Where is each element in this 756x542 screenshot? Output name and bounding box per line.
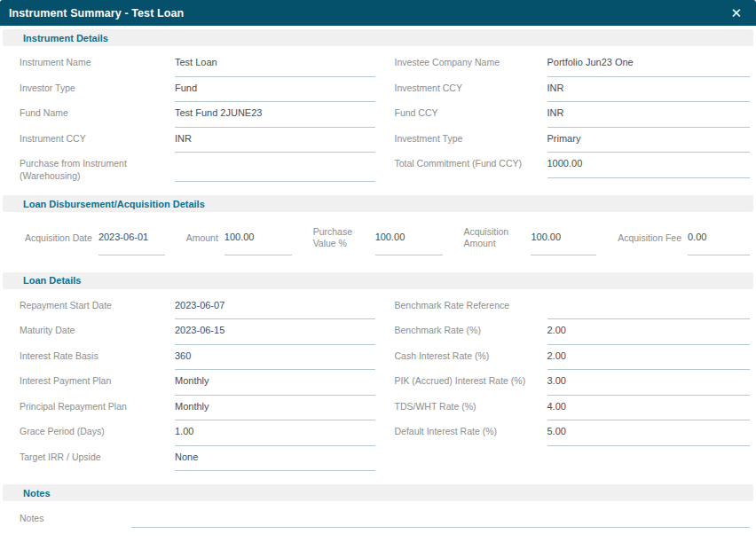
loan-details-left-column: Repayment Start Date 2023-06-07 Maturity…	[20, 295, 375, 472]
field-default-interest-rate: Default Interest Rate (%) 5.00	[395, 420, 751, 446]
field-label: Investment Type	[395, 128, 547, 153]
field-label: Investee Company Name	[395, 51, 547, 77]
field-value[interactable]: Monthly	[175, 370, 375, 396]
field-label: Investor Type	[20, 77, 175, 103]
field-target-irr-upside: Target IRR / Upside None	[20, 446, 375, 472]
field-label: Acquisition Amount	[463, 226, 531, 250]
field-value[interactable]	[175, 153, 375, 182]
instrument-details-left-column: Instrument Name Test Loan Investor Type …	[20, 51, 375, 182]
field-value[interactable]: Fund	[175, 77, 375, 103]
field-value[interactable]	[547, 295, 751, 320]
field-value[interactable]: None	[175, 446, 375, 472]
field-label: Fund CCY	[395, 102, 547, 128]
section-header-loan-disbursement: Loan Disbursement/Acquisition Details	[3, 195, 753, 212]
field-cash-interest-rate: Cash Interest Rate (%) 2.00	[395, 345, 751, 371]
field-instrument-ccy: Instrument CCY INR	[20, 128, 375, 153]
field-label: Amount	[186, 232, 224, 245]
field-label: Instrument CCY	[20, 128, 175, 153]
modal-titlebar: Instrument Summary - Test Loan ✕	[0, 0, 756, 26]
field-acquisition-amount: Acquisition Amount 100.00	[463, 221, 596, 255]
section-header-loan-details: Loan Details	[3, 272, 753, 289]
field-value[interactable]: INR	[547, 102, 751, 128]
field-label: Interest Payment Plan	[20, 370, 175, 396]
field-value[interactable]: 5.00	[547, 420, 751, 446]
field-fund-ccy: Fund CCY INR	[395, 102, 751, 128]
field-label: Principal Repayment Plan	[20, 396, 175, 421]
section-title: Loan Details	[23, 275, 81, 286]
field-pik-interest-rate: PIK (Accrued) Interest Rate (%) 3.00	[395, 370, 751, 396]
section-title: Loan Disbursement/Acquisition Details	[23, 199, 205, 209]
field-value[interactable]: 2.00	[547, 345, 751, 371]
field-grace-period: Grace Period (Days) 1.00	[20, 420, 375, 446]
field-label: PIK (Accrued) Interest Rate (%)	[395, 370, 547, 396]
field-value[interactable]: 100.00	[375, 232, 443, 255]
field-label: Acquisition Fee	[618, 232, 688, 245]
field-label: Repayment Start Date	[20, 295, 175, 320]
field-value[interactable]: 100.00	[531, 232, 596, 255]
section-header-instrument-details: Instrument Details	[3, 29, 753, 46]
field-value[interactable]: Monthly	[175, 396, 375, 421]
field-value[interactable]: Test Loan	[175, 51, 375, 77]
field-value[interactable]: INR	[547, 77, 751, 103]
close-icon[interactable]: ✕	[727, 4, 745, 21]
field-acquisition-fee: Acquisition Fee 0.00	[618, 221, 750, 255]
field-value[interactable]: 100.00	[224, 232, 292, 255]
field-value[interactable]: 3.00	[547, 370, 751, 396]
field-value[interactable]: 1.00	[175, 420, 375, 446]
field-label: Default Interest Rate (%)	[395, 420, 547, 446]
field-label: Target IRR / Upside	[20, 446, 175, 472]
field-value[interactable]: 0.00	[688, 232, 750, 255]
field-maturity-date: Maturity Date 2023-06-15	[20, 319, 375, 345]
instrument-details-right-column: Investee Company Name Portfolio Jun23 On…	[395, 51, 751, 182]
field-value[interactable]: 2023-06-07	[175, 295, 375, 320]
field-label: Notes	[20, 508, 131, 528]
field-repayment-start-date: Repayment Start Date 2023-06-07	[20, 295, 375, 320]
field-purchase-from-instrument: Purchase from Instrument (Warehousing)	[20, 153, 375, 182]
section-title: Instrument Details	[23, 33, 108, 43]
field-amount: Amount 100.00	[186, 221, 292, 255]
field-tds-wht-rate: TDS/WHT Rate (%) 4.00	[395, 396, 751, 421]
field-fund-name: Fund Name Test Fund 2JUNE23	[20, 102, 375, 128]
field-label: Total Commitment (Fund CCY)	[395, 153, 547, 178]
field-value[interactable]: INR	[175, 128, 375, 153]
field-investment-type: Investment Type Primary	[395, 128, 751, 153]
loan-details-grid: Repayment Start Date 2023-06-07 Maturity…	[0, 289, 756, 474]
field-acquisition-date: Acquisition Date 2023-06-01	[25, 221, 165, 255]
field-principal-repayment-plan: Principal Repayment Plan Monthly	[20, 396, 375, 421]
field-investee-company-name: Investee Company Name Portfolio Jun23 On…	[395, 51, 751, 77]
field-value[interactable]: Test Fund 2JUNE23	[175, 102, 375, 128]
field-purchase-value-pct: Purchase Value % 100.00	[313, 221, 443, 255]
field-value[interactable]: 2023-06-01	[98, 232, 165, 255]
section-title: Notes	[23, 488, 51, 499]
instrument-summary-modal: Instrument Summary - Test Loan ✕ Instrum…	[0, 0, 756, 542]
field-value[interactable]: Primary	[547, 128, 751, 153]
field-label: Purchase from Instrument (Warehousing)	[20, 153, 175, 182]
field-investor-type: Investor Type Fund	[20, 77, 375, 103]
field-label: Benchmark Rate (%)	[395, 319, 547, 345]
field-label: Fund Name	[20, 102, 175, 128]
field-interest-rate-basis: Interest Rate Basis 360	[20, 345, 375, 371]
field-label: Interest Rate Basis	[20, 345, 175, 371]
field-label: Maturity Date	[20, 319, 175, 345]
field-value[interactable]: 2.00	[547, 319, 751, 345]
field-value[interactable]: 2023-06-15	[175, 319, 375, 345]
field-value[interactable]: Portfolio Jun23 One	[547, 51, 751, 77]
loan-details-right-column: Benchmark Rate Reference Benchmark Rate …	[395, 295, 751, 472]
field-label: Instrument Name	[20, 51, 175, 77]
field-notes: Notes	[0, 501, 756, 528]
field-label: TDS/WHT Rate (%)	[395, 396, 547, 421]
field-label: Cash Interest Rate (%)	[395, 345, 547, 371]
field-value[interactable]: 4.00	[547, 396, 751, 421]
field-value[interactable]: 360	[175, 345, 375, 371]
field-benchmark-rate: Benchmark Rate (%) 2.00	[395, 319, 751, 345]
field-label: Benchmark Rate Reference	[395, 295, 547, 320]
instrument-details-grid: Instrument Name Test Loan Investor Type …	[0, 46, 756, 184]
field-label: Grace Period (Days)	[20, 420, 175, 446]
notes-input[interactable]	[131, 508, 750, 528]
field-interest-payment-plan: Interest Payment Plan Monthly	[20, 370, 375, 396]
field-value[interactable]: 1000.00	[547, 153, 751, 178]
modal-title: Instrument Summary - Test Loan	[9, 7, 184, 20]
field-instrument-name: Instrument Name Test Loan	[20, 51, 375, 77]
field-investment-ccy: Investment CCY INR	[395, 77, 751, 103]
field-benchmark-rate-reference: Benchmark Rate Reference	[395, 295, 751, 320]
